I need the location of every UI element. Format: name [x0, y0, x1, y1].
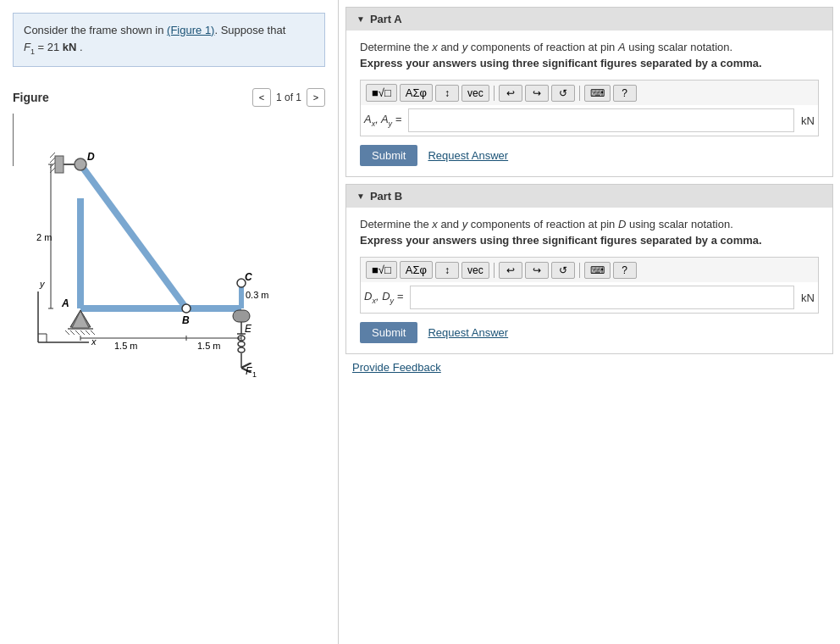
- svg-text:C: C: [245, 271, 252, 283]
- toolbar-sqrt-btn[interactable]: ■√□: [366, 84, 397, 102]
- part-b-toolbar-undo-btn[interactable]: ↩: [499, 262, 522, 279]
- part-b-toolbar-refresh-btn[interactable]: ↺: [551, 262, 575, 279]
- part-a-input[interactable]: [408, 108, 794, 132]
- part-b-title: Part B: [370, 190, 402, 203]
- part-b-arrow: ▼: [356, 192, 365, 201]
- part-a-submit-button[interactable]: Submit: [360, 145, 417, 166]
- part-b-toolbar-vec-btn[interactable]: vec: [461, 262, 489, 279]
- toolbar-redo-btn[interactable]: ↪: [525, 85, 549, 102]
- svg-point-47: [75, 158, 86, 170]
- part-b-toolbar-arrows-btn[interactable]: ↕: [435, 262, 459, 279]
- part-a-input-border: Ax, Ay = kN: [360, 105, 819, 136]
- svg-line-43: [75, 330, 80, 335]
- part-b-toolbar-help-btn[interactable]: ?: [613, 262, 637, 279]
- part-b-submit-button[interactable]: Submit: [360, 322, 417, 343]
- part-b-desc1: Determine the x and y components of reac…: [360, 218, 819, 230]
- svg-rect-49: [55, 156, 64, 173]
- problem-text2: . Suppose that: [214, 24, 285, 36]
- part-b-toolbar: ■√□ ΑΣφ ↕ vec ↩ ↪ ↺ ⌨ ?: [360, 257, 819, 282]
- part-a-title: Part A: [370, 13, 402, 25]
- svg-line-46: [91, 330, 95, 335]
- toolbar-divider-1: [494, 86, 495, 101]
- left-panel: Consider the frame shown in (Figure 1). …: [0, 0, 339, 644]
- svg-text:1.5 m: 1.5 m: [114, 341, 138, 351]
- part-b-input-border: Dx, Dy = kN: [360, 282, 819, 314]
- part-b-section: ▼ Part B Determine the x and y component…: [345, 184, 833, 354]
- part-b-toolbar-divider-2: [579, 263, 580, 278]
- part-b-input-wrapper: ■√□ ΑΣφ ↕ vec ↩ ↪ ↺ ⌨ ? Dx, D: [360, 257, 819, 314]
- part-a-action-row: Submit Request Answer: [360, 145, 819, 166]
- svg-text:2 m: 2 m: [36, 232, 52, 242]
- svg-line-42: [70, 330, 75, 335]
- svg-rect-17: [233, 310, 250, 322]
- figure-nav: < 1 of 1 >: [252, 88, 325, 107]
- problem-statement: Consider the frame shown in (Figure 1). …: [13, 13, 325, 67]
- part-a-arrow: ▼: [356, 14, 365, 24]
- part-a-header: ▼ Part A: [346, 8, 832, 31]
- toolbar-refresh-btn[interactable]: ↺: [551, 85, 575, 102]
- part-b-body: Determine the x and y components of reac…: [346, 208, 832, 353]
- svg-line-50: [50, 158, 55, 163]
- part-a-body: Determine the x and y components of reac…: [346, 31, 832, 176]
- figure-title: Figure: [13, 91, 49, 104]
- toolbar-vec-btn[interactable]: vec: [461, 85, 489, 102]
- part-b-toolbar-divider-1: [494, 263, 495, 278]
- force-label: F1 = 21 kN .: [24, 41, 83, 53]
- toolbar-divider-2: [579, 86, 580, 101]
- toolbar-undo-btn[interactable]: ↩: [499, 85, 522, 102]
- part-b-desc2: Express your answers using three signifi…: [360, 234, 819, 247]
- svg-line-5: [80, 164, 186, 308]
- svg-text:E: E: [245, 323, 252, 335]
- figure-diagram: y x D A: [13, 114, 326, 385]
- part-a-toolbar: ■√□ ΑΣφ ↕ vec ↩ ↪ ↺ ⌨ ?: [360, 80, 819, 105]
- part-b-request-answer-link[interactable]: Request Answer: [428, 326, 508, 339]
- part-b-toolbar-sqrt-btn[interactable]: ■√□: [366, 261, 397, 279]
- svg-line-44: [80, 330, 85, 335]
- toolbar-arrows-btn[interactable]: ↕: [435, 85, 459, 102]
- part-b-toolbar-redo-btn[interactable]: ↪: [525, 262, 549, 279]
- part-b-header: ▼ Part B: [346, 185, 832, 208]
- nav-next-button[interactable]: >: [307, 88, 325, 107]
- svg-text:A: A: [61, 297, 69, 309]
- part-b-toolbar-keyboard-btn[interactable]: ⌨: [584, 262, 611, 279]
- part-a-unit: kN: [801, 114, 815, 127]
- part-a-input-wrapper: ■√□ ΑΣφ ↕ vec ↩ ↪ ↺ ⌨ ? Ax, A: [360, 80, 819, 136]
- part-a-desc1: Determine the x and y components of reac…: [360, 41, 819, 53]
- toolbar-help-btn[interactable]: ?: [613, 85, 637, 102]
- nav-prev-button[interactable]: <: [252, 88, 271, 107]
- svg-point-22: [238, 341, 245, 347]
- svg-text:D: D: [87, 151, 95, 163]
- nav-count: 1 of 1: [276, 92, 301, 103]
- figure-canvas: y x D A: [13, 114, 326, 385]
- problem-text: Consider the frame shown in: [24, 24, 167, 36]
- part-a-section: ▼ Part A Determine the x and y component…: [345, 7, 833, 177]
- svg-text:1: 1: [252, 370, 257, 379]
- part-a-desc2: Express your answers using three signifi…: [360, 57, 819, 69]
- figure-section: Figure < 1 of 1 > y x: [13, 88, 325, 385]
- svg-text:y: y: [39, 279, 46, 289]
- toolbar-keyboard-btn[interactable]: ⌨: [584, 85, 611, 102]
- svg-line-41: [65, 330, 69, 335]
- svg-text:F: F: [246, 365, 252, 377]
- svg-text:1.5 m: 1.5 m: [197, 341, 221, 351]
- part-a-input-row: ■√□ ΑΣφ ↕ vec ↩ ↪ ↺ ⌨ ? Ax, A: [360, 80, 819, 136]
- svg-line-45: [86, 330, 90, 335]
- part-a-label: Ax, Ay =: [364, 113, 401, 128]
- toolbar-sigma-btn[interactable]: ΑΣφ: [400, 84, 433, 102]
- figure-header: Figure < 1 of 1 >: [13, 88, 325, 107]
- svg-text:0.3 m: 0.3 m: [246, 290, 269, 300]
- svg-point-23: [238, 347, 245, 353]
- provide-feedback-link[interactable]: Provide Feedback: [352, 361, 826, 374]
- svg-text:B: B: [182, 314, 190, 326]
- svg-point-13: [182, 304, 191, 313]
- right-panel: ▼ Part A Determine the x and y component…: [339, 0, 840, 644]
- svg-line-53: [50, 153, 55, 158]
- part-b-input[interactable]: [410, 286, 794, 309]
- part-b-unit: kN: [801, 291, 815, 304]
- part-b-toolbar-sigma-btn[interactable]: ΑΣφ: [400, 261, 433, 279]
- figure-link[interactable]: (Figure 1): [167, 24, 214, 36]
- part-a-request-answer-link[interactable]: Request Answer: [428, 149, 508, 162]
- part-b-input-row: ■√□ ΑΣφ ↕ vec ↩ ↪ ↺ ⌨ ? Dx, D: [360, 257, 819, 314]
- part-b-label: Dx, Dy =: [364, 290, 403, 305]
- part-b-action-row: Submit Request Answer: [360, 322, 819, 343]
